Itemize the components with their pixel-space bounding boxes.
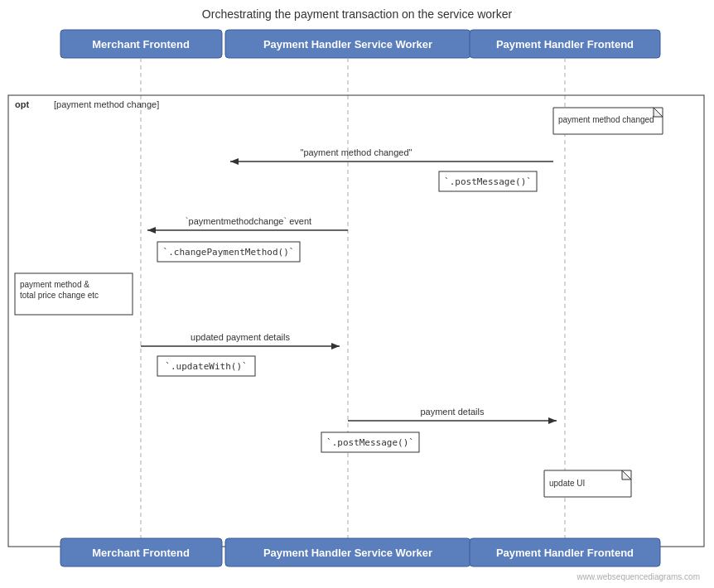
arrow-payment-method-changed-label: "payment method changed"	[300, 147, 412, 157]
actor-hf-top-label: Payment Handler Frontend	[496, 38, 634, 51]
arrow-payment-details-head	[548, 417, 557, 424]
actor-hf-bottom-label: Payment Handler Frontend	[496, 547, 634, 559]
mb-postmessage2-text: `.postMessage()`	[326, 437, 414, 448]
opt-label: opt	[15, 99, 29, 109]
note-payment-method-note-line2: total price change etc	[20, 291, 99, 300]
arrow-paymentmethodchange-head	[147, 227, 156, 234]
mb-changepayment-text: `.changePaymentMethod()`	[163, 247, 295, 258]
actor-sw-bottom-label: Payment Handler Service Worker	[263, 547, 432, 559]
note-payment-method-note-line1: payment method &	[20, 280, 89, 289]
actor-sw-top-label: Payment Handler Service Worker	[263, 38, 432, 51]
opt-guard: [payment method change]	[54, 99, 159, 109]
arrow-payment-method-changed-head	[230, 158, 239, 165]
arrow-paymentmethodchange-label: `paymentmethodchange` event	[186, 216, 311, 226]
arrow-payment-details-label: payment details	[420, 407, 485, 417]
arrow-updated-payment-label: updated payment details	[191, 332, 290, 342]
actor-merchant-top-label: Merchant Frontend	[92, 38, 190, 51]
watermark: www.websequencediagrams.com	[577, 572, 700, 581]
note-update-ui-text: update UI	[549, 479, 585, 488]
mb-updatewith-text: `.updateWith()`	[165, 361, 247, 372]
note-payment-method-changed-text: payment method changed	[558, 115, 654, 124]
mb-postmessage1-text: `.postMessage()`	[444, 176, 532, 187]
arrow-updated-payment-head	[331, 343, 340, 349]
diagram-title: Orchestrating the payment transaction on…	[202, 7, 513, 21]
diagram-container: Orchestrating the payment transaction on…	[0, 0, 714, 588]
actor-merchant-bottom-label: Merchant Frontend	[92, 547, 190, 559]
